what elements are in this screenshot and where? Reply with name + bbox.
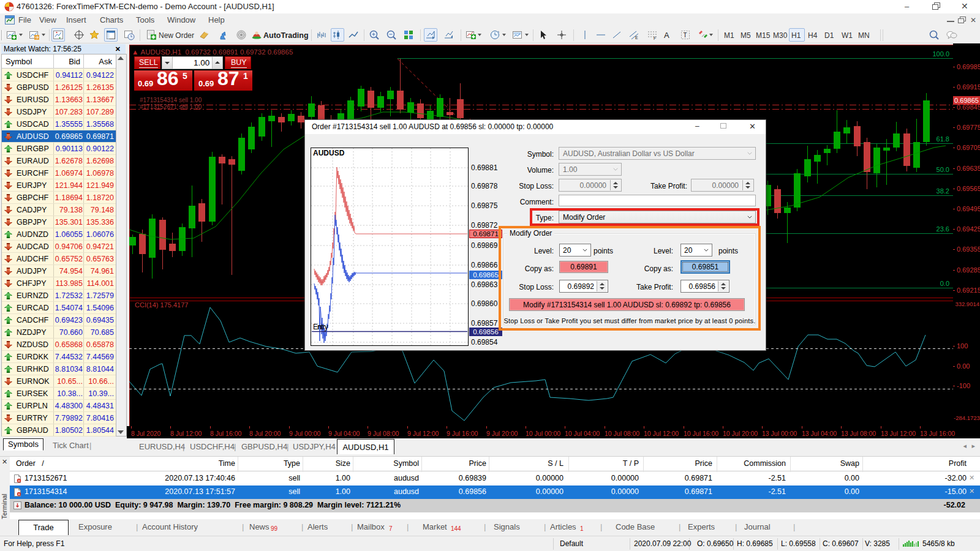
svg-text:0.0: 0.0 — [940, 280, 949, 287]
svg-text:23.6: 23.6 — [937, 225, 949, 233]
svg-text:61.8: 61.8 — [937, 135, 949, 143]
svg-text:E: E — [635, 36, 638, 40]
svg-text:F: F — [654, 36, 656, 40]
svg-text:50.0: 50.0 — [937, 166, 949, 173]
svg-text:38.2: 38.2 — [937, 187, 949, 195]
svg-text:T: T — [684, 32, 687, 39]
svg-text:100.0: 100.0 — [932, 50, 949, 58]
